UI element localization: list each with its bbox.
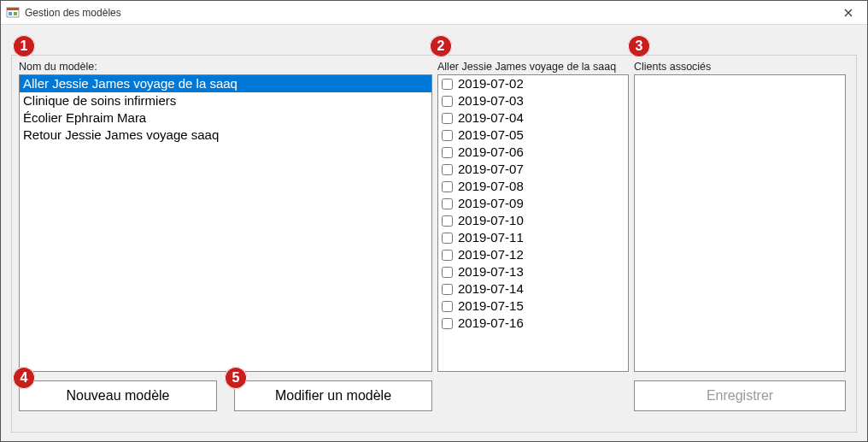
date-check-item[interactable]: 2019-07-08 <box>438 178 628 195</box>
window-frame: Gestion des modèles Nom du modèle: Aller… <box>0 0 868 442</box>
svg-rect-3 <box>14 12 17 15</box>
svg-rect-1 <box>7 8 19 10</box>
button-label: Nouveau modèle <box>67 388 170 404</box>
date-check-item[interactable]: 2019-07-14 <box>438 280 628 298</box>
date-checkbox[interactable] <box>442 318 453 329</box>
window-title: Gestion des modèles <box>25 7 829 19</box>
date-label: 2019-07-06 <box>458 144 524 161</box>
date-checkbox[interactable] <box>442 215 453 227</box>
date-checkbox[interactable] <box>442 233 453 244</box>
group-box: Nom du modèle: Aller Jessie James voyage… <box>11 55 857 433</box>
date-label: 2019-07-03 <box>458 92 524 109</box>
edit-model-button[interactable]: Modifier un modèle <box>234 380 432 411</box>
date-check-item[interactable]: 2019-07-10 <box>438 212 628 229</box>
date-check-item[interactable]: 2019-07-13 <box>438 263 628 280</box>
date-checkbox[interactable] <box>442 164 453 175</box>
date-checkbox[interactable] <box>442 250 453 261</box>
date-label: 2019-07-15 <box>458 298 524 315</box>
annotation-badge-4: 4 <box>13 367 35 389</box>
date-check-item[interactable]: 2019-07-04 <box>438 109 628 127</box>
label-dates-header: Aller Jessie James voyage de la saaq <box>437 61 616 73</box>
date-label: 2019-07-12 <box>458 246 524 263</box>
date-checkbox[interactable] <box>442 198 453 209</box>
date-label: 2019-07-08 <box>458 178 524 195</box>
date-label: 2019-07-11 <box>458 229 524 246</box>
button-label: Enregistrer <box>707 388 773 404</box>
model-list-item[interactable]: Écolier Ephraim Mara <box>20 109 431 127</box>
close-button[interactable] <box>829 1 867 24</box>
svg-rect-2 <box>9 12 12 15</box>
annotation-badge-3: 3 <box>628 35 650 57</box>
dates-checklist[interactable]: 2019-07-022019-07-032019-07-042019-07-05… <box>437 74 629 372</box>
date-label: 2019-07-09 <box>458 195 524 212</box>
date-checkbox[interactable] <box>442 113 453 124</box>
date-check-item[interactable]: 2019-07-12 <box>438 246 628 263</box>
date-check-item[interactable]: 2019-07-09 <box>438 195 628 212</box>
date-check-item[interactable]: 2019-07-03 <box>438 92 628 109</box>
annotation-badge-1: 1 <box>13 35 35 57</box>
date-check-item[interactable]: 2019-07-15 <box>438 298 628 315</box>
date-label: 2019-07-13 <box>458 263 524 280</box>
date-check-item[interactable]: 2019-07-05 <box>438 127 628 144</box>
model-list-item[interactable]: Aller Jessie James voyage de la saaq <box>20 75 431 92</box>
new-model-button[interactable]: Nouveau modèle <box>19 380 217 411</box>
date-label: 2019-07-02 <box>458 75 524 92</box>
model-list-item[interactable]: Clinique de soins infirmiers <box>20 92 431 109</box>
date-checkbox[interactable] <box>442 147 453 158</box>
date-checkbox[interactable] <box>442 79 453 90</box>
label-model-name: Nom du modèle: <box>19 61 97 73</box>
date-checkbox[interactable] <box>442 181 453 192</box>
date-checkbox[interactable] <box>442 130 453 141</box>
date-label: 2019-07-04 <box>458 109 524 127</box>
clients-listbox[interactable] <box>634 74 846 372</box>
save-button[interactable]: Enregistrer <box>634 380 846 411</box>
date-label: 2019-07-16 <box>458 315 524 332</box>
date-label: 2019-07-14 <box>458 280 524 298</box>
button-label: Modifier un modèle <box>275 388 391 404</box>
date-check-item[interactable]: 2019-07-11 <box>438 229 628 246</box>
date-checkbox[interactable] <box>442 96 453 107</box>
date-label: 2019-07-10 <box>458 212 524 229</box>
date-label: 2019-07-07 <box>458 161 524 178</box>
app-icon <box>6 6 20 20</box>
client-area: Nom du modèle: Aller Jessie James voyage… <box>11 33 857 433</box>
annotation-badge-2: 2 <box>430 35 452 57</box>
date-check-item[interactable]: 2019-07-02 <box>438 75 628 92</box>
date-check-item[interactable]: 2019-07-16 <box>438 315 628 332</box>
models-listbox[interactable]: Aller Jessie James voyage de la saaqClin… <box>19 74 432 372</box>
date-check-item[interactable]: 2019-07-07 <box>438 161 628 178</box>
date-checkbox[interactable] <box>442 301 453 312</box>
label-clients-header: Clients associés <box>634 61 711 73</box>
model-list-item[interactable]: Retour Jessie James voyage saaq <box>20 127 431 144</box>
date-label: 2019-07-05 <box>458 127 524 144</box>
date-checkbox[interactable] <box>442 267 453 278</box>
annotation-badge-5: 5 <box>225 367 247 389</box>
date-check-item[interactable]: 2019-07-06 <box>438 144 628 161</box>
date-checkbox[interactable] <box>442 284 453 295</box>
titlebar: Gestion des modèles <box>1 1 867 25</box>
